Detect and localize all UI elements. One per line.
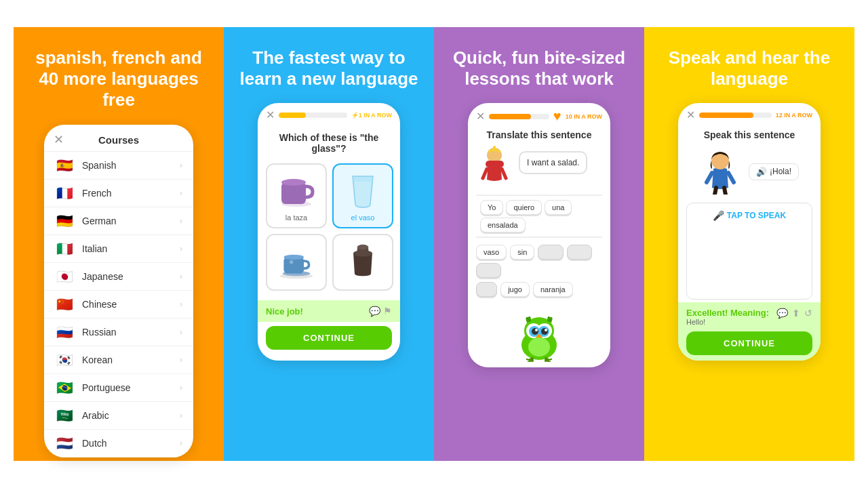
phone-3-bar-area: ✕ ♥ 10 IN A ROW — [468, 103, 610, 127]
list-item[interactable]: 🇳🇱 Dutch › — [44, 430, 193, 458]
mug-saucer-image — [273, 241, 320, 281]
quiz-question: Which of these is "the glass"? — [258, 127, 400, 159]
progress-fill-3 — [489, 114, 531, 119]
word-chip-jugo[interactable]: jugo — [500, 282, 530, 297]
chevron-right-icon: › — [180, 439, 182, 448]
hello-label: Hello! — [686, 318, 769, 326]
owl-area — [468, 305, 610, 365]
flag-icon[interactable]: ⚑ — [383, 306, 392, 317]
quiz-option-taza[interactable]: la taza — [266, 163, 327, 228]
flag-de: 🇩🇪 — [55, 214, 74, 228]
list-item[interactable]: 🇮🇹 Italian › — [44, 235, 193, 263]
word-chip-blank1 — [538, 245, 563, 260]
svg-rect-12 — [486, 161, 504, 167]
character-image — [476, 146, 513, 188]
chevron-right-icon: › — [180, 411, 182, 420]
chevron-right-icon: › — [180, 300, 182, 309]
list-item[interactable]: 🇪🇸 Spanish › — [44, 152, 193, 180]
chevron-right-icon: › — [180, 161, 182, 170]
lang-name-spanish: Spanish — [82, 160, 180, 171]
word-chip-vaso[interactable]: vaso — [476, 245, 507, 260]
phone-1-header: ✕ Courses — [44, 125, 193, 152]
continue-button[interactable]: CONTINUE — [266, 326, 392, 350]
chevron-right-icon: › — [180, 272, 182, 281]
list-item[interactable]: 🇧🇷 Portuguese › — [44, 374, 193, 402]
phone-2-mockup: ✕ ⚡1 IN A ROW Which of these is "the gla… — [258, 103, 400, 361]
flag-fr: 🇫🇷 — [55, 186, 74, 200]
svg-point-30 — [528, 338, 550, 357]
chevron-right-icon: › — [180, 383, 182, 392]
speak-character-area: 🔊 ¡Hola! — [678, 143, 821, 200]
quiz-option-3[interactable] — [266, 234, 327, 291]
svg-point-6 — [283, 255, 304, 260]
word-chip-blank3 — [476, 263, 501, 278]
character-area: I want a salad. — [468, 146, 610, 188]
lang-name-arabic: Arabic — [82, 410, 180, 421]
answer-word-yo[interactable]: Yo — [480, 200, 503, 215]
word-chip-blank4 — [476, 282, 497, 297]
option-label-vaso: el vaso — [339, 214, 387, 222]
close-icon[interactable]: ✕ — [266, 108, 275, 121]
phone-1-mockup: ✕ Courses 🇪🇸 Spanish › 🇫🇷 French › 🇩🇪 Ge… — [44, 125, 193, 458]
flag-nl: 🇳🇱 — [55, 436, 74, 450]
card-languages: spanish, french and 40 more languages fr… — [14, 27, 224, 461]
list-item[interactable]: 🇨🇳 Chinese › — [44, 291, 193, 319]
card-2-title: The fastest way to learn a new language — [237, 47, 420, 89]
coffee-maker-image — [339, 241, 387, 281]
replay-icon[interactable]: ↺ — [804, 308, 812, 319]
hola-badge: 🔊 ¡Hola! — [749, 163, 799, 180]
chevron-right-icon: › — [180, 188, 182, 198]
lang-name-russian: Russian — [82, 327, 180, 338]
answer-area[interactable]: Yo quiero una ensalada — [476, 195, 602, 238]
tap-to-speak-area[interactable]: 🎤 TAP TO SPEAK — [686, 203, 812, 300]
answer-word-una[interactable]: una — [545, 200, 572, 215]
comment-icon[interactable]: 💬 — [776, 308, 788, 319]
progress-fill — [279, 113, 306, 118]
girl-character-image — [700, 148, 741, 195]
word-chip-naranja[interactable]: naranja — [533, 282, 573, 297]
close-icon[interactable]: ✕ — [476, 110, 485, 123]
chevron-right-icon: › — [180, 244, 182, 253]
progress-fill-4 — [699, 113, 753, 118]
share-icon[interactable]: ⬆ — [792, 308, 800, 319]
list-item[interactable]: 🇯🇵 Japanese › — [44, 263, 193, 291]
answer-word-ensalada[interactable]: ensalada — [480, 218, 526, 232]
speaker-icon: 🔊 — [756, 167, 767, 177]
streak-badge: ⚡1 IN A ROW — [351, 112, 392, 119]
flag-pt: 🇧🇷 — [55, 381, 74, 394]
svg-point-28 — [545, 329, 547, 331]
word-chip-blank2 — [567, 245, 592, 260]
flag-es: 🇪🇸 — [55, 159, 74, 172]
lang-name-japanese: Japanese — [82, 271, 180, 282]
word-chip-sin[interactable]: sin — [510, 245, 534, 260]
mug-image — [273, 170, 320, 211]
list-item[interactable]: 🇷🇺 Russian › — [44, 319, 193, 346]
lang-name-italian: Italian — [82, 243, 180, 254]
list-item[interactable]: 🇩🇪 German › — [44, 207, 193, 235]
svg-line-17 — [483, 169, 487, 178]
svg-line-32 — [707, 173, 712, 182]
excellent-footer: Excellent! Meaning: Hello! 💬 ⬆ ↺ — [678, 302, 821, 329]
answer-word-quiero[interactable]: quiero — [506, 200, 542, 215]
excellent-area: Excellent! Meaning: Hello! 💬 ⬆ ↺ CONTINU… — [678, 302, 821, 361]
chevron-right-icon: › — [180, 355, 182, 365]
card-1-title: spanish, french and 40 more languages fr… — [27, 47, 210, 111]
continue-button-4[interactable]: CONTINUE — [686, 331, 812, 355]
list-item[interactable]: 🇸🇦 Arabic › — [44, 402, 193, 430]
svg-point-15 — [498, 150, 500, 152]
close-icon[interactable]: ✕ — [686, 108, 695, 121]
speech-hola-area: 🔊 ¡Hola! — [749, 163, 799, 180]
list-item[interactable]: 🇰🇷 Korean › — [44, 346, 193, 374]
tap-to-speak-button[interactable]: 🎤 TAP TO SPEAK — [694, 210, 805, 221]
hola-text: ¡Hola! — [770, 167, 791, 176]
comment-icon[interactable]: 💬 — [369, 306, 380, 317]
quiz-option-vaso[interactable]: el vaso — [332, 163, 393, 228]
chevron-right-icon: › — [180, 327, 182, 337]
quiz-progress-area: ✕ ⚡1 IN A ROW — [258, 103, 400, 127]
streak-label-3: 10 IN A ROW — [566, 113, 602, 120]
close-icon[interactable]: ✕ — [54, 132, 64, 147]
quiz-option-4[interactable] — [332, 234, 393, 291]
flag-ru: 🇷🇺 — [55, 325, 74, 339]
svg-point-26 — [541, 328, 548, 335]
list-item[interactable]: 🇫🇷 French › — [44, 180, 193, 207]
